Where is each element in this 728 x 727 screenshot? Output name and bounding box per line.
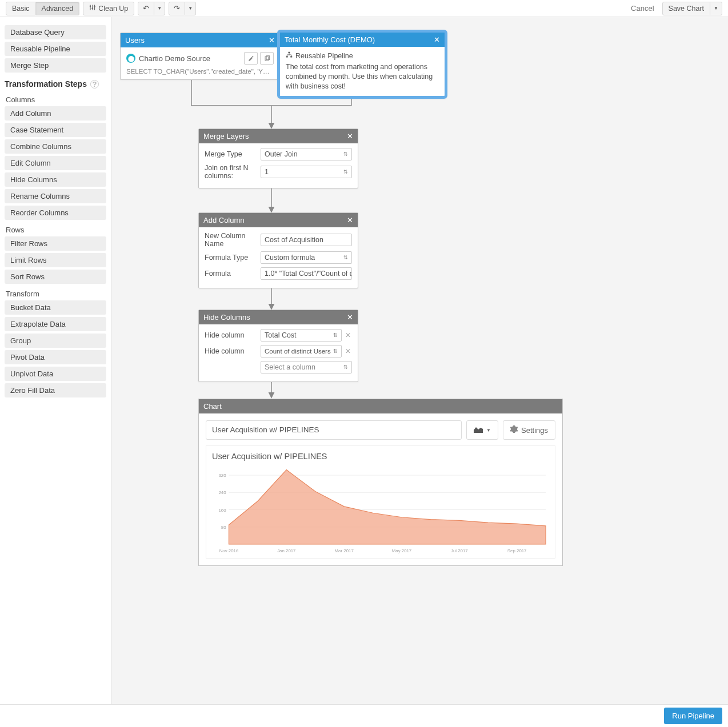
sidebar-item-edit-column[interactable]: Edit Column [5, 156, 106, 170]
hide-col-select-3[interactable]: Select a column ⇅ [261, 361, 352, 373]
svg-text:320: 320 [218, 473, 226, 478]
reusable-node-header[interactable]: Total Monthly Cost (DEMO) ✕ [280, 33, 445, 47]
rows-subheader: Rows [0, 222, 111, 236]
merge-type-select[interactable]: Outer Join ⇅ [261, 148, 352, 160]
sidebar-item-combine-columns[interactable]: Combine Columns [5, 139, 106, 154]
transform-subheader: Transform [0, 286, 111, 300]
sidebar-item-merge-step[interactable]: Merge Step [5, 58, 106, 73]
sidebar-item-filter-rows[interactable]: Filter Rows [5, 236, 106, 251]
addcol-node-title: Add Column [203, 216, 245, 224]
close-icon[interactable]: ✕ [347, 313, 353, 322]
chart-node-header[interactable]: Chart [199, 399, 562, 413]
pipeline-description: The total cost from marketing and operat… [286, 62, 439, 91]
join-columns-value: 1 [265, 168, 269, 176]
sidebar-item-reusable-pipeline[interactable]: Reusable Pipeline [5, 42, 106, 56]
close-icon[interactable]: ✕ [434, 35, 440, 44]
hide-col-value-2: Count of distinct Users [265, 348, 331, 355]
sidebar-item-case-statement[interactable]: Case Statement [5, 123, 106, 137]
reusable-pipeline-node[interactable]: Total Monthly Cost (DEMO) ✕ Reusable Pip… [277, 30, 447, 99]
formula-input[interactable]: 1.0* "Total Cost"/"Count of dis [261, 267, 352, 280]
sidebar-item-group[interactable]: Group [5, 334, 106, 348]
sidebar-item-hide-columns[interactable]: Hide Columns [5, 172, 106, 187]
sidebar-item-rename-columns[interactable]: Rename Columns [5, 189, 106, 203]
pipeline-tag: Reusable Pipeline [286, 51, 439, 60]
merge-node-header[interactable]: Merge Layers ✕ [199, 129, 358, 143]
hide-col-select-1[interactable]: Total Cost ⇅ [261, 329, 342, 342]
sidebar-item-limit-rows[interactable]: Limit Rows [5, 253, 106, 267]
merge-type-label: Merge Type [205, 150, 261, 158]
close-icon[interactable]: ✕ [347, 132, 353, 140]
remove-row-icon[interactable]: ✕ [344, 331, 352, 339]
sidebar-item-sort-rows[interactable]: Sort Rows [5, 270, 106, 284]
pencil-icon[interactable] [244, 52, 258, 65]
svg-text:Nov 2016: Nov 2016 [219, 548, 239, 553]
caret-updown-icon: ⇅ [333, 348, 338, 354]
sidebar-item-reorder-columns[interactable]: Reorder Columns [5, 206, 106, 220]
sidebar-item-bucket-data[interactable]: Bucket Data [5, 300, 106, 315]
undo-dropdown[interactable]: ▼ [154, 2, 165, 15]
hide-col-label-2: Hide column [205, 347, 261, 355]
transformation-steps-heading: Transformation Steps ? [0, 75, 111, 92]
hide-col-value-1: Total Cost [265, 331, 297, 339]
remove-row-icon[interactable]: ✕ [344, 347, 352, 355]
join-columns-select[interactable]: 1 ⇅ [261, 166, 352, 178]
newcol-value: Cost of Acquisition [265, 236, 323, 244]
advanced-tab[interactable]: Advanced [36, 2, 80, 15]
undo-button[interactable]: ↶ [138, 2, 154, 15]
formula-type-value: Custom formula [265, 254, 315, 262]
add-column-node[interactable]: Add Column ✕ New Column Name Cost of Acq… [198, 212, 358, 288]
save-chart-button[interactable]: Save Chart [662, 2, 711, 15]
sidebar-item-zero-fill-data[interactable]: Zero Fill Data [5, 383, 106, 397]
merge-node-title: Merge Layers [203, 132, 249, 140]
sidebar-item-extrapolate-data[interactable]: Extrapolate Data [5, 317, 106, 331]
merge-layers-node[interactable]: Merge Layers ✕ Merge Type Outer Join ⇅ J… [198, 128, 358, 188]
hide-col-select-2[interactable]: Count of distinct Users ⇅ [261, 345, 342, 358]
hide-node-header[interactable]: Hide Columns ✕ [199, 310, 358, 324]
sidebar-top-group: Database Query Reusable Pipeline Merge S… [0, 23, 111, 73]
chart-title-input[interactable]: User Acquisition w/ PIPELINES [206, 420, 462, 440]
chart-settings-button[interactable]: Settings [503, 420, 555, 440]
sliders-icon [89, 4, 96, 13]
join-columns-label: Join on first N columns: [205, 164, 261, 180]
svg-text:Sep 2017: Sep 2017 [507, 548, 527, 553]
copy-icon[interactable] [260, 52, 274, 65]
cancel-button[interactable]: Cancel [626, 2, 658, 15]
sidebar: Database Query Reusable Pipeline Merge S… [0, 17, 111, 704]
svg-point-4 [92, 7, 94, 9]
svg-text:Jan 2017: Jan 2017 [277, 548, 295, 553]
users-node-header[interactable]: Users ✕ [121, 33, 279, 47]
users-sql-preview: SELECT TO_CHAR("Users"."created_date", '… [121, 68, 279, 79]
svg-rect-8 [289, 52, 290, 53]
cleanup-button[interactable]: Clean Up [83, 2, 134, 15]
sidebar-item-database-query[interactable]: Database Query [5, 25, 106, 39]
chart-area: User Acquisition w/ PIPELINES 8016024032… [206, 445, 555, 559]
svg-text:240: 240 [218, 490, 226, 495]
redo-dropdown[interactable]: ▼ [185, 2, 196, 15]
caret-updown-icon: ⇅ [343, 169, 348, 175]
formula-value: 1.0* "Total Cost"/"Count of dis [265, 270, 352, 278]
chart-node[interactable]: Chart User Acquisition w/ PIPELINES ▼ [198, 399, 563, 566]
redo-button[interactable]: ↷ [169, 2, 185, 15]
datasource-icon: ⬤ [126, 54, 135, 63]
cleanup-label: Clean Up [98, 5, 128, 13]
canvas[interactable]: Users ✕ ⬤ Chartio Demo Source S [111, 17, 728, 704]
reusable-node-title: Total Monthly Cost (DEMO) [285, 35, 375, 44]
basic-tab[interactable]: Basic [6, 2, 36, 15]
close-icon[interactable]: ✕ [347, 216, 353, 224]
chart-type-dropdown[interactable]: ▼ [466, 420, 498, 440]
hide-node-title: Hide Columns [203, 313, 250, 322]
help-icon[interactable]: ? [90, 80, 99, 89]
caret-updown-icon: ⇅ [343, 151, 348, 157]
hide-columns-node[interactable]: Hide Columns ✕ Hide column Total Cost ⇅ … [198, 310, 358, 382]
users-node[interactable]: Users ✕ ⬤ Chartio Demo Source S [120, 33, 280, 80]
addcol-node-header[interactable]: Add Column ✕ [199, 213, 358, 227]
run-pipeline-button[interactable]: Run Pipeline [664, 708, 722, 724]
sidebar-item-add-column[interactable]: Add Column [5, 106, 106, 121]
sidebar-item-unpivot-data[interactable]: Unpivot Data [5, 367, 106, 381]
save-chart-dropdown[interactable]: ▼ [710, 2, 722, 15]
newcol-input[interactable]: Cost of Acquisition [261, 234, 352, 246]
close-icon[interactable]: ✕ [269, 36, 275, 45]
sidebar-item-pivot-data[interactable]: Pivot Data [5, 350, 106, 364]
formula-type-select[interactable]: Custom formula ⇅ [261, 251, 352, 264]
svg-point-3 [90, 5, 91, 7]
